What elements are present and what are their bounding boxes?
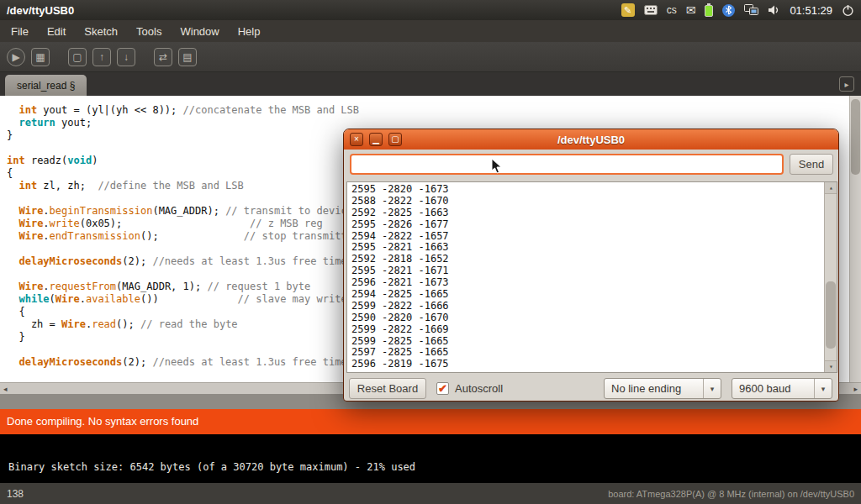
serial-output-line: 2594 -2822 -1657 [351,231,837,243]
menu-file[interactable]: File [3,22,36,41]
line-ending-dropdown[interactable]: No line ending ▾ [604,378,721,399]
code-token: . [80,293,86,305]
scroll-down-arrow-icon[interactable]: ▾ [825,360,837,372]
serial-output-line: 2597 -2825 -1665 [351,347,837,359]
serial-monitor-controls: Reset Board ✔ Autoscroll No line ending … [344,378,838,400]
menu-sketch[interactable]: Sketch [77,22,125,41]
menu-window[interactable]: Window [172,22,226,41]
code-token [7,117,18,129]
code-token: . [43,230,49,242]
verify-button[interactable]: ▶ [7,48,25,66]
save-button[interactable]: ↓ [117,48,135,66]
mouse-cursor [491,158,503,175]
baud-rate-dropdown[interactable]: 9600 baud ▾ [732,378,832,399]
menu-help[interactable]: Help [230,22,268,41]
code-token: Wire [18,230,43,242]
serial-output-line: 2596 -2821 -1673 [351,277,837,289]
code-token: Wire [18,205,43,217]
mail-icon[interactable]: ✉ [686,3,696,17]
maximize-icon[interactable]: ▢ [388,133,402,146]
code-token: // read the byte [140,318,238,330]
autoscroll-checkbox[interactable]: ✔ [436,382,449,395]
code-token: (MAG_ADDR); [152,205,225,217]
volume-icon[interactable] [768,3,780,17]
code-token: endTransmission [50,230,140,242]
code-token: readz( [25,155,68,166]
focused-window-title: /dev/ttyUSB0 [0,4,74,17]
notes-indicator-icon[interactable]: ✎ [621,3,635,17]
chevron-down-icon[interactable]: ▾ [814,379,832,398]
serial-output-line: 2596 -2819 -1675 [351,359,837,370]
code-token: (0x05); [80,218,250,229]
compile-status-bar: Done compiling. No syntax errors found [0,409,861,434]
code-token: (); [116,318,140,330]
upload-button[interactable]: ⇄ [154,48,172,66]
code-token: . [43,281,49,292]
clock[interactable]: 01:51:29 [790,3,832,17]
new-sketch-button[interactable]: ▢ [68,48,87,66]
keyboard-layout-indicator[interactable]: cs [667,3,677,17]
serial-monitor-button[interactable]: ▤ [178,48,197,66]
open-button[interactable]: ↑ [92,48,111,66]
code-token: (MAG_ADDR, 1); [116,281,207,292]
code-line: return yout; [7,117,861,129]
menu-edit[interactable]: Edit [40,22,73,41]
code-token: void [67,155,92,166]
code-token: int [7,155,25,166]
code-token [7,356,18,368]
keyboard-layout-icon[interactable] [644,3,658,17]
code-token [7,104,18,116]
code-token: beginTransmission [50,205,153,217]
editor-vertical-scrollbar[interactable] [849,96,861,382]
code-token: delayMicroseconds [18,356,122,368]
network-icon[interactable] [744,3,758,17]
serial-send-input[interactable] [350,154,784,175]
code-token: zl, zh; [37,180,98,192]
serial-output-line: 2599 -2822 -1666 [351,301,837,312]
serial-output-line: 2599 -2822 -1669 [351,324,837,336]
serial-output-line: 2592 -2825 -1663 [351,207,837,219]
code-token: int [18,180,37,192]
tab-serial-read[interactable]: serial_read § [5,75,87,96]
serial-scrollbar-thumb[interactable] [826,281,836,349]
send-button[interactable]: Send [790,154,833,175]
code-token: Wire [55,293,80,305]
serial-output-lines: 2595 -2820 -16732588 -2822 -16702592 -28… [351,184,837,370]
code-token: yout; [55,117,92,129]
serial-monitor-titlebar[interactable]: /dev/ttyUSB0 × ▁ ▢ [344,129,838,150]
code-token [7,218,18,229]
code-token: } [7,129,13,141]
scroll-up-arrow-icon[interactable]: ▴ [825,182,837,194]
tab-bar: serial_read § ▸ [0,72,861,96]
code-token [7,293,18,305]
minimize-icon[interactable]: ▁ [369,133,383,146]
code-token: . [43,218,49,229]
menu-tools[interactable]: Tools [129,22,169,41]
battery-icon[interactable] [705,3,713,17]
hscroll-left-arrow-icon[interactable]: ◂ [0,385,11,393]
serial-output-line: 2590 -2820 -1670 [351,312,837,324]
ide-status-strip: 138 board: ATmega328P(A) @ 8 MHz (intern… [0,483,861,504]
desktop-root: /dev/ttyUSB0 ✎ cs ✉ 01:51:29 [0,0,861,504]
top-panel: /dev/ttyUSB0 ✎ cs ✉ 01:51:29 [0,0,861,20]
serial-output-area[interactable]: 2595 -2820 -16732588 -2822 -16702592 -28… [346,181,837,373]
tab-menu-button[interactable]: ▸ [839,76,854,92]
reset-board-button[interactable]: Reset Board [349,378,426,399]
code-token [7,180,18,192]
code-token: // transmit to device [225,205,353,217]
bluetooth-icon[interactable] [722,4,735,17]
serial-output-line: 2594 -2825 -1665 [351,289,837,301]
code-token: (); [140,230,244,242]
code-token: write [50,218,80,229]
code-token: while [18,293,49,305]
session-menu-icon[interactable] [842,3,854,17]
code-token: //needs at least 1.3us free time [152,255,346,267]
chevron-down-icon[interactable]: ▾ [703,379,721,398]
editor-vertical-scrollbar-thumb[interactable] [851,99,860,175]
hscroll-right-arrow-icon[interactable]: ▸ [850,385,861,393]
serial-scrollbar[interactable]: ▴ ▾ [824,182,837,372]
stop-button[interactable]: ▦ [31,48,50,66]
code-token [7,205,18,217]
close-icon[interactable]: × [350,133,363,146]
code-token: read [92,318,116,330]
